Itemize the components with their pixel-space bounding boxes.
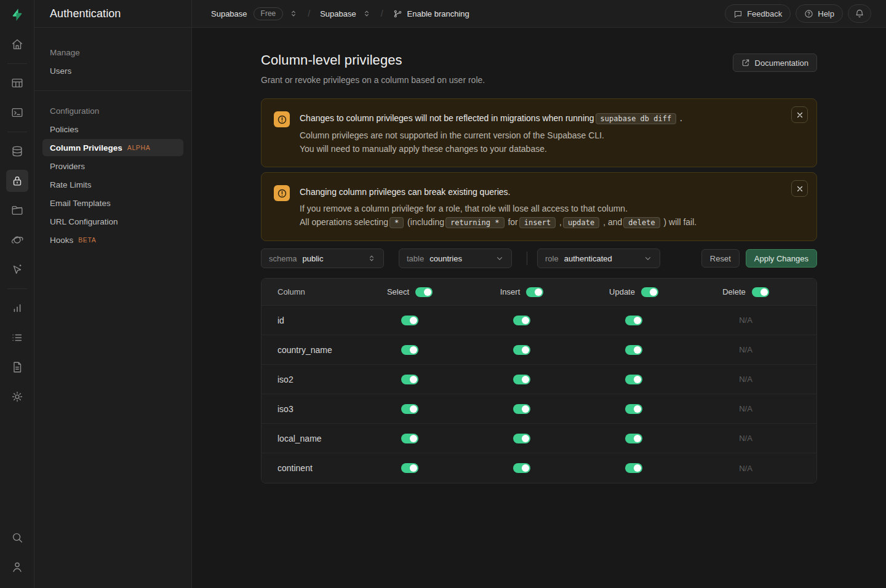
- search-icon[interactable]: [6, 526, 28, 549]
- update-toggle[interactable]: [625, 345, 642, 355]
- sidebar-item-hooks[interactable]: Hooks BETA: [42, 231, 183, 248]
- select-toggle[interactable]: [401, 434, 418, 443]
- nav-rail: [0, 0, 34, 588]
- table-row: local_name N/A: [261, 424, 816, 453]
- select-toggle[interactable]: [401, 316, 418, 325]
- authentication-icon[interactable]: [6, 170, 28, 192]
- rail-divider: [7, 132, 27, 132]
- warning-icon: [274, 185, 290, 201]
- org-switcher-icon[interactable]: [289, 9, 298, 18]
- reset-button[interactable]: Reset: [701, 249, 740, 268]
- settings-icon[interactable]: [6, 386, 28, 408]
- table-editor-icon[interactable]: [6, 72, 28, 94]
- insert-toggle[interactable]: [513, 375, 530, 384]
- insert-toggle[interactable]: [513, 404, 530, 414]
- insert-toggle[interactable]: [513, 463, 530, 473]
- rail-bottom: [6, 523, 28, 588]
- logs-icon[interactable]: [6, 327, 28, 349]
- sql-editor-icon[interactable]: [6, 101, 28, 124]
- enable-branching-button[interactable]: Enable branching: [393, 9, 469, 18]
- filter-divider: [527, 252, 527, 265]
- apply-changes-button[interactable]: Apply Changes: [746, 249, 817, 268]
- insert-toggle[interactable]: [513, 345, 530, 355]
- storage-icon[interactable]: [6, 199, 28, 221]
- page-subtitle: Grant or revoke privileges on a column b…: [261, 75, 485, 85]
- documentation-button[interactable]: Documentation: [733, 54, 817, 72]
- home-icon[interactable]: [6, 33, 28, 55]
- update-header: Update: [578, 287, 690, 297]
- section-label-configuration: Configuration: [42, 102, 183, 119]
- schema-select[interactable]: schema public: [261, 248, 384, 268]
- sidebar-item-column-privileges[interactable]: Column Privileges ALPHA: [42, 139, 183, 156]
- beta-badge: BETA: [78, 236, 96, 244]
- update-toggle[interactable]: [625, 434, 642, 443]
- sidebar-title: Authentication: [50, 7, 121, 20]
- external-link-icon: [741, 58, 750, 67]
- notifications-button[interactable]: [848, 4, 871, 23]
- banner-title: Changes to column privileges will not be…: [300, 111, 682, 126]
- org-breadcrumb[interactable]: Supabase: [211, 9, 247, 18]
- plan-badge[interactable]: Free: [253, 7, 284, 20]
- delete-cell-value: N/A: [739, 345, 752, 354]
- table-select[interactable]: table countries: [399, 248, 512, 268]
- sidebar-item-users[interactable]: Users: [42, 62, 183, 79]
- section-label-manage: Manage: [42, 44, 183, 61]
- select-toggle[interactable]: [401, 345, 418, 355]
- table-row: country_name N/A: [261, 335, 816, 365]
- content-scroll[interactable]: Column-level privileges Grant or revoke …: [192, 28, 886, 588]
- project-breadcrumb[interactable]: Supabase: [320, 9, 356, 18]
- rail-divider: [7, 288, 27, 289]
- column-name: country_name: [261, 345, 354, 355]
- help-circle-icon: [804, 9, 813, 18]
- delete-all-toggle[interactable]: [752, 287, 769, 297]
- supabase-logo[interactable]: [0, 0, 34, 30]
- help-button[interactable]: Help: [796, 4, 843, 23]
- reports-icon[interactable]: [6, 297, 28, 319]
- sidebar-header: Authentication: [34, 0, 191, 28]
- banner-body: If you remove a column privilege for a r…: [300, 202, 696, 229]
- update-toggle[interactable]: [625, 463, 642, 473]
- sidebar-divider: [34, 90, 191, 91]
- delete-cell-value: N/A: [739, 464, 752, 473]
- breadcrumb: Supabase Free / Supabase / Enable branch…: [211, 7, 469, 20]
- feedback-button[interactable]: Feedback: [725, 4, 791, 23]
- sidebar-item-url-configuration[interactable]: URL Configuration: [42, 213, 183, 230]
- project-switcher-icon[interactable]: [362, 9, 371, 18]
- migration-warning-banner: Changes to column privileges will not be…: [261, 98, 817, 167]
- filter-bar: schema public table countries: [261, 248, 817, 268]
- column-header: Column: [261, 287, 354, 296]
- warning-icon: [274, 111, 290, 127]
- insert-toggle[interactable]: [513, 316, 530, 325]
- advisors-icon[interactable]: [6, 258, 28, 280]
- select-toggle[interactable]: [401, 463, 418, 473]
- banner-body: Column privileges are not supported in t…: [300, 129, 682, 155]
- realtime-icon[interactable]: [6, 229, 28, 251]
- table-row: id N/A: [261, 306, 816, 335]
- api-docs-icon[interactable]: [6, 356, 28, 378]
- profile-icon[interactable]: [6, 556, 28, 578]
- break-queries-warning-banner: Changing column privileges can break exi…: [261, 172, 817, 241]
- insert-toggle[interactable]: [513, 434, 530, 443]
- role-select[interactable]: role authenticated: [537, 248, 660, 268]
- select-all-toggle[interactable]: [415, 287, 433, 297]
- update-toggle[interactable]: [625, 316, 642, 325]
- sidebar-item-email-templates[interactable]: Email Templates: [42, 194, 183, 212]
- chat-bubble-icon: [733, 9, 743, 18]
- close-icon[interactable]: [791, 180, 808, 197]
- breadcrumb-separator: /: [308, 9, 310, 18]
- insert-all-toggle[interactable]: [526, 287, 543, 297]
- database-icon[interactable]: [6, 140, 28, 162]
- update-toggle[interactable]: [625, 404, 642, 414]
- update-toggle[interactable]: [625, 375, 642, 384]
- delete-cell-value: N/A: [739, 434, 752, 443]
- sidebar-item-policies[interactable]: Policies: [42, 121, 183, 138]
- close-icon[interactable]: [791, 106, 808, 123]
- bell-icon: [855, 9, 864, 18]
- select-toggle[interactable]: [401, 375, 418, 384]
- sidebar-item-providers[interactable]: Providers: [42, 157, 183, 175]
- content-container: Column-level privileges Grant or revoke …: [261, 28, 817, 483]
- sidebar-item-rate-limits[interactable]: Rate Limits: [42, 176, 183, 193]
- supabase-logo-icon: [10, 7, 25, 22]
- update-all-toggle[interactable]: [641, 287, 658, 297]
- select-toggle[interactable]: [401, 404, 418, 414]
